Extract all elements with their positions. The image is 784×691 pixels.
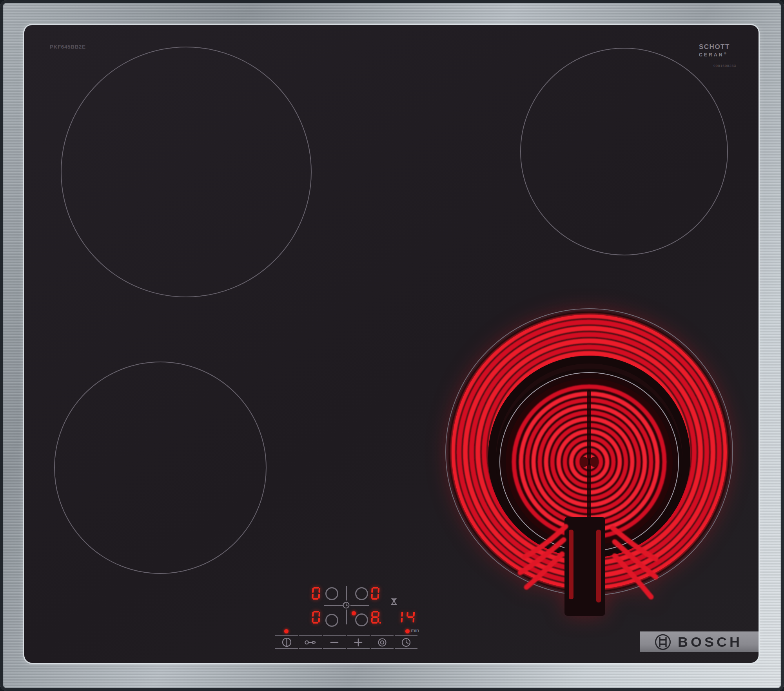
glass-serial-number: 9001608233: [713, 64, 736, 68]
timer-active-led: [405, 629, 410, 633]
clock-icon: [401, 637, 411, 648]
display-cross-line: [324, 605, 343, 606]
zone-select-circle-front-right: [355, 613, 368, 626]
plus-key[interactable]: [347, 635, 370, 649]
cooking-zone-back-right: [520, 48, 728, 255]
minus-key[interactable]: [323, 635, 346, 649]
zone-select-circle-back-right: [355, 587, 368, 600]
timer-key[interactable]: [395, 635, 417, 649]
display-front-right-level: [371, 610, 381, 624]
plus-icon: [354, 638, 363, 647]
minus-icon: [330, 641, 339, 644]
registered-mark: ®: [724, 52, 726, 55]
display-cross-line: [350, 605, 369, 606]
cooktop-photo: PKF645BB2E SCHOTT CERAN® 9001608233: [0, 0, 784, 691]
active-radiant-element: [436, 299, 742, 617]
dual-zone-key[interactable]: [371, 635, 394, 649]
zone-timer-icon: [341, 601, 351, 610]
power-key[interactable]: [275, 635, 298, 649]
power-icon: [281, 637, 292, 648]
ceran-text: CERAN®: [699, 52, 730, 58]
zone-select-circle-back-left: [325, 587, 338, 600]
bosch-badge: BOSCH: [640, 631, 759, 652]
timer-unit-label: min: [411, 628, 419, 633]
cooking-zone-back-left: [61, 47, 312, 297]
schott-ceran-logo: SCHOTT CERAN®: [699, 43, 730, 58]
display-timer-minutes: [394, 610, 417, 624]
display-front-left-level: [312, 610, 322, 624]
display-cross-line: [346, 610, 347, 624]
display-back-left-level: [312, 586, 322, 601]
display-cross-line: [346, 586, 347, 601]
childlock-key[interactable]: [299, 635, 322, 649]
display-back-right-level: [371, 586, 381, 601]
bosch-wordmark: BOSCH: [678, 634, 742, 649]
cooking-zone-front-left: [54, 362, 267, 574]
dual-zone-icon: [377, 637, 387, 648]
power-on-led: [284, 629, 289, 633]
key-icon: [304, 639, 317, 646]
hourglass-icon: [390, 597, 397, 605]
zone-select-circle-front-left: [325, 614, 338, 627]
bosch-logo-icon: [654, 633, 671, 651]
schott-text: SCHOTT: [699, 43, 730, 51]
model-number: PKF645BB2E: [50, 44, 86, 50]
front-right-selected-led: [352, 611, 356, 615]
